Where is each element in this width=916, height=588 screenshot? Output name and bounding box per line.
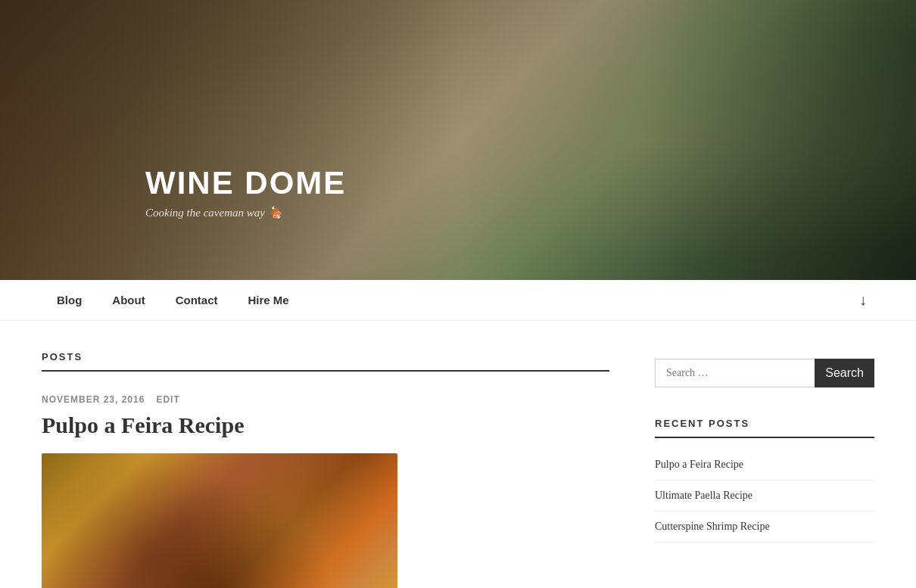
nav-item-contact[interactable]: Contact [160,280,233,320]
post-edit-link[interactable]: EDIT [156,394,179,405]
nav-link-hireme[interactable]: Hire Me [233,280,304,320]
recent-post-link-2[interactable]: Ultimate Paella Recipe [655,481,874,511]
recent-post-link-1[interactable]: Pulpo a Feira Recipe [655,450,874,480]
site-title: WINE DOME [145,165,346,201]
nav-item-about[interactable]: About [97,280,160,320]
nav-link-about[interactable]: About [97,280,160,320]
sidebar: Search RECENT POSTS Pulpo a Feira Recipe… [655,351,874,588]
nav-link-blog[interactable]: Blog [42,280,97,320]
scroll-down-button[interactable]: ↓ [852,284,874,316]
nav-link-contact[interactable]: Contact [160,280,233,320]
hero-section: WINE DOME Cooking the caveman way 🍖 [0,0,916,280]
nav-links: Blog About Contact Hire Me [42,280,852,320]
nav-item-hireme[interactable]: Hire Me [233,280,304,320]
recent-posts-title: RECENT POSTS [655,418,874,438]
recent-posts-list: Pulpo a Feira Recipe Ultimate Paella Rec… [655,450,874,543]
hero-overlay [0,0,916,280]
post-title-link[interactable]: Pulpo a Feira Recipe [42,412,244,437]
navigation: Blog About Contact Hire Me ↓ [0,280,916,321]
post-image [42,453,397,588]
nav-item-blog[interactable]: Blog [42,280,97,320]
main-content: POSTS NOVEMBER 23, 2016 EDIT Pulpo a Fei… [42,351,609,588]
list-item[interactable]: Ultimate Paella Recipe [655,481,874,512]
site-subtitle: Cooking the caveman way 🍖 [145,206,346,219]
post-date: NOVEMBER 23, 2016 [42,394,145,405]
search-input[interactable] [655,359,815,387]
hero-text: WINE DOME Cooking the caveman way 🍖 [145,165,346,219]
post-meta: NOVEMBER 23, 2016 EDIT [42,394,609,405]
list-item[interactable]: Pulpo a Feira Recipe [655,450,874,481]
page-body: POSTS NOVEMBER 23, 2016 EDIT Pulpo a Fei… [26,321,890,588]
list-item[interactable]: Cutterspine Shrimp Recipe [655,512,874,543]
post-title[interactable]: Pulpo a Feira Recipe [42,412,609,438]
recent-post-link-3[interactable]: Cutterspine Shrimp Recipe [655,512,874,542]
posts-section-label: POSTS [42,351,609,372]
search-button[interactable]: Search [815,359,874,387]
search-box: Search [655,359,874,387]
